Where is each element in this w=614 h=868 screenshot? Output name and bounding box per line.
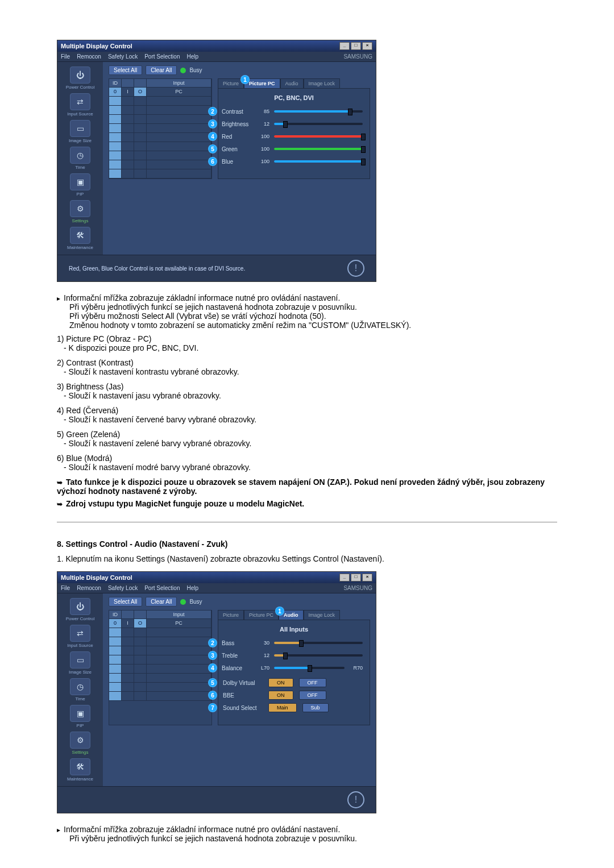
image-size-icon: ▭ [70, 651, 90, 668]
callout-6: 6 [208, 157, 217, 166]
sidenav-item-pip[interactable]: ▣PIP [62, 173, 98, 197]
slider-track[interactable] [274, 148, 363, 150]
power-icon: ⏻ [70, 598, 90, 615]
maximize-icon[interactable]: □ [351, 574, 361, 582]
clock-icon: ◷ [70, 147, 90, 164]
sidenav-item-image-size[interactable]: ▭Image Size [62, 120, 98, 143]
sidenav-item-power-control[interactable]: ⏻Power Control [62, 67, 98, 90]
side-nav: ⏻Power Control ⇄Input Source ▭Image Size… [57, 62, 103, 255]
tab-image-lock[interactable]: Image Lock [304, 78, 341, 89]
slider-value: 100 [256, 146, 269, 152]
callout-5: 5 [208, 678, 217, 687]
menubar: File Remocon Safety Lock Port Selection … [57, 583, 376, 593]
input-source-icon: ⇄ [70, 625, 90, 642]
grid-header-c2 [122, 79, 134, 88]
doc-item: 4) Red (Červená)- Slouží k nastavení čer… [57, 406, 557, 424]
tab-audio[interactable]: Audio [280, 78, 304, 89]
info-grid: ID Input 0 I O PC [109, 78, 212, 179]
busy-indicator-icon [180, 68, 186, 73]
menu-port-selection[interactable]: Port Selection [144, 585, 180, 591]
tab-picture-pc[interactable]: 1Picture PC [244, 78, 280, 89]
slider-label: Brightness [222, 121, 251, 127]
menu-remocon[interactable]: Remocon [77, 585, 101, 591]
toggle-off-button[interactable]: OFF [299, 678, 326, 687]
toggle-on-button[interactable]: ON [268, 691, 293, 700]
grid-cell-c3[interactable]: O [134, 88, 147, 97]
grid-cell-c2[interactable]: I [122, 88, 134, 97]
sidenav-item-image-size[interactable]: ▭Image Size [62, 651, 98, 675]
slider-label: Bass [222, 640, 251, 646]
toggle-off-button[interactable]: Sub [302, 703, 329, 712]
status-text: Red, Green, Blue Color Control is not av… [69, 265, 245, 272]
sidenav-item-time[interactable]: ◷Time [62, 678, 98, 701]
minimize-icon[interactable]: _ [339, 574, 350, 582]
callout-4: 4 [208, 663, 217, 672]
sidenav-item-pip[interactable]: ▣PIP [62, 705, 98, 728]
slider-right-label: R70 [349, 665, 363, 671]
tab-audio[interactable]: 1Audio [279, 610, 304, 620]
gear-icon: ⚙ [70, 200, 90, 217]
doc-item: 3) Brightness (Jas)- Slouží k nastavení … [57, 382, 557, 400]
maximize-icon[interactable]: □ [351, 42, 361, 50]
tab-picture-pc[interactable]: Picture PC [244, 610, 279, 620]
menu-safety-lock[interactable]: Safety Lock [108, 585, 138, 591]
slider-track[interactable] [274, 110, 363, 113]
grid-cell-input[interactable]: PC [147, 88, 211, 97]
slider-track[interactable] [274, 667, 345, 669]
window-titlebar: Multiple Display Control _ □ × [57, 40, 376, 52]
menu-port-selection[interactable]: Port Selection [144, 53, 180, 60]
sidenav-item-settings[interactable]: ⚙Settings [62, 200, 98, 223]
panel-title: All Inputs [225, 626, 363, 633]
intro-line-3: Při výběru možnosti Select All (Vybrat v… [57, 312, 557, 321]
menu-file[interactable]: File [61, 585, 70, 591]
window-titlebar: Multiple Display Control _ □ × [57, 572, 376, 583]
toggle-on-button[interactable]: Main [268, 703, 297, 712]
intro2-line-1: Informační mřížka zobrazuje základní inf… [57, 825, 557, 834]
toggle-row-sound-select: 7Sound SelectMainSub [225, 703, 363, 712]
status-bar: ! [57, 786, 376, 813]
sidenav-item-maintenance[interactable]: 🛠Maintenance [62, 758, 98, 782]
sidenav-item-input-source[interactable]: ⇄Input Source [62, 625, 98, 648]
slider-value: 100 [256, 134, 269, 139]
tab-image-lock[interactable]: Image Lock [304, 610, 341, 620]
sidenav-item-maintenance[interactable]: 🛠Maintenance [62, 227, 98, 250]
menu-remocon[interactable]: Remocon [77, 53, 101, 60]
image-size-icon: ▭ [70, 120, 90, 137]
slider-track[interactable] [274, 642, 363, 644]
minimize-icon[interactable]: _ [339, 42, 350, 50]
slider-track[interactable] [274, 135, 363, 138]
side-nav: ⏻Power Control ⇄Input Source ▭Image Size… [57, 593, 103, 786]
clear-all-button[interactable]: Clear All [146, 597, 177, 607]
toggle-row-bbe: 6BBEONOFF [225, 691, 363, 700]
pip-icon: ▣ [70, 173, 90, 190]
tab-picture[interactable]: Picture [218, 610, 244, 620]
close-icon[interactable]: × [362, 42, 372, 50]
wrench-icon: 🛠 [70, 227, 90, 244]
slider-track[interactable] [274, 654, 363, 657]
toggle-on-button[interactable]: ON [268, 678, 293, 687]
clear-all-button[interactable]: Clear All [146, 65, 177, 75]
slider-track[interactable] [274, 160, 363, 163]
intro-line-1: Informační mřížka zobrazuje základní inf… [57, 293, 557, 302]
toggle-label: BBE [223, 692, 263, 699]
sidenav-item-settings[interactable]: ⚙Settings [62, 732, 98, 755]
close-icon[interactable]: × [362, 574, 372, 582]
sidenav-item-input-source[interactable]: ⇄Input Source [62, 93, 98, 117]
sidenav-item-time[interactable]: ◷Time [62, 147, 98, 170]
menu-help[interactable]: Help [186, 585, 198, 591]
slider-row-contrast: 2Contrast85 [225, 107, 363, 116]
grid-cell-id[interactable]: 0 [109, 88, 122, 97]
menu-file[interactable]: File [61, 53, 70, 60]
toggle-off-button[interactable]: OFF [299, 691, 326, 700]
slider-track[interactable] [274, 123, 363, 125]
menu-safety-lock[interactable]: Safety Lock [108, 53, 138, 60]
menu-help[interactable]: Help [186, 53, 198, 60]
select-all-button[interactable]: Select All [109, 597, 142, 607]
info-icon: ! [347, 791, 364, 808]
doc-item: 2) Contrast (Kontrast)- Slouží k nastave… [57, 358, 557, 376]
select-all-button[interactable]: Select All [109, 65, 142, 75]
sidenav-item-power-control[interactable]: ⏻Power Control [62, 598, 98, 621]
power-icon: ⏻ [70, 67, 90, 84]
section-divider [57, 522, 557, 522]
slider-label: Balance [222, 665, 251, 671]
